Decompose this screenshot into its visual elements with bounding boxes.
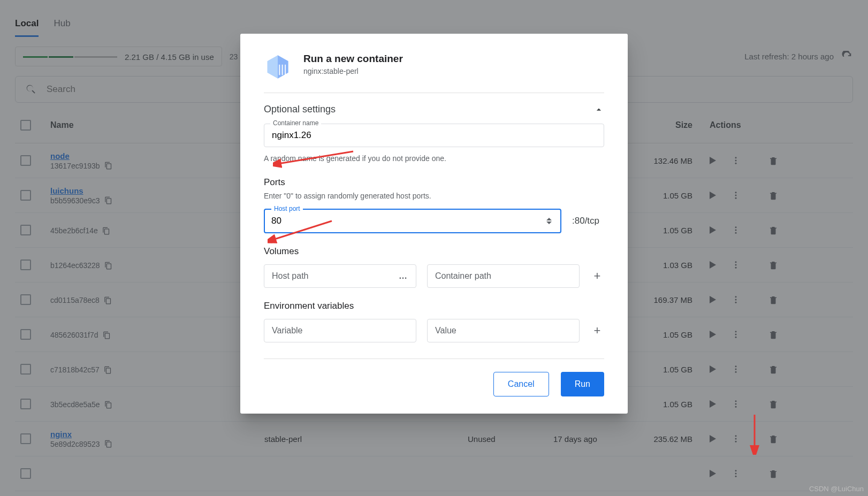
host-port-label: Host port xyxy=(271,205,303,212)
container-name-hint: A random name is generated if you do not… xyxy=(264,154,604,164)
container-name-label: Container name xyxy=(270,119,321,127)
env-val-placeholder: Value xyxy=(435,326,456,335)
add-volume-button[interactable]: + xyxy=(590,269,604,283)
modal-overlay: Run a new container nginx:stable-perl Op… xyxy=(0,0,868,496)
host-port-input[interactable] xyxy=(271,216,546,226)
run-container-modal: Run a new container nginx:stable-perl Op… xyxy=(240,34,628,414)
optional-settings-label: Optional settings xyxy=(264,104,336,115)
container-name-input[interactable] xyxy=(264,124,604,147)
container-path-input[interactable]: Container path xyxy=(427,264,580,288)
optional-settings-toggle[interactable]: Optional settings xyxy=(264,104,604,115)
cancel-button[interactable]: Cancel xyxy=(493,372,549,396)
env-variable-input[interactable]: Variable xyxy=(264,319,416,342)
watermark: CSDN @LuiChun xyxy=(809,485,864,493)
host-port-field[interactable]: Host port xyxy=(264,209,561,233)
browse-host-path-icon[interactable]: … xyxy=(399,271,408,281)
volumes-title: Volumes xyxy=(264,246,604,257)
chevron-up-icon xyxy=(593,104,604,115)
ports-hint: Enter "0" to assign randomly generated h… xyxy=(264,191,604,202)
modal-subtitle: nginx:stable-perl xyxy=(303,67,403,75)
container-cube-icon xyxy=(264,53,292,81)
env-var-placeholder: Variable xyxy=(272,326,303,335)
container-port-suffix: :80/tcp xyxy=(572,216,604,226)
add-env-button[interactable]: + xyxy=(590,324,604,338)
container-path-placeholder: Container path xyxy=(435,271,491,281)
run-button[interactable]: Run xyxy=(561,372,604,396)
modal-title: Run a new container xyxy=(303,53,403,65)
port-stepper[interactable] xyxy=(546,216,554,226)
host-path-placeholder: Host path xyxy=(272,271,308,281)
env-value-input[interactable]: Value xyxy=(427,319,580,342)
host-path-input[interactable]: Host path … xyxy=(264,264,416,288)
ports-title: Ports xyxy=(264,177,604,188)
env-title: Environment variables xyxy=(264,301,604,311)
